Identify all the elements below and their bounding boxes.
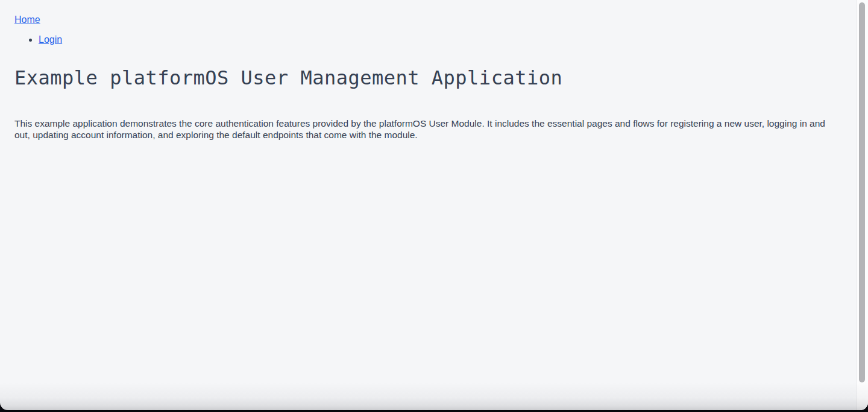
home-row: Home [14, 14, 841, 25]
list-item: Login [39, 34, 841, 45]
page-title: Example platformOS User Management Appli… [14, 67, 841, 89]
scrollbar-track[interactable] [856, 0, 868, 410]
page-content: Home Login Example platformOS User Manag… [0, 0, 868, 141]
nav-list: Login [14, 34, 841, 45]
page-description: This example application demonstrates th… [14, 118, 841, 141]
home-link[interactable]: Home [14, 14, 40, 25]
login-link[interactable]: Login [39, 34, 62, 45]
scrollbar-thumb[interactable] [859, 2, 865, 382]
browser-viewport: Home Login Example platformOS User Manag… [0, 0, 868, 410]
window-bottom-shadow [0, 382, 868, 410]
